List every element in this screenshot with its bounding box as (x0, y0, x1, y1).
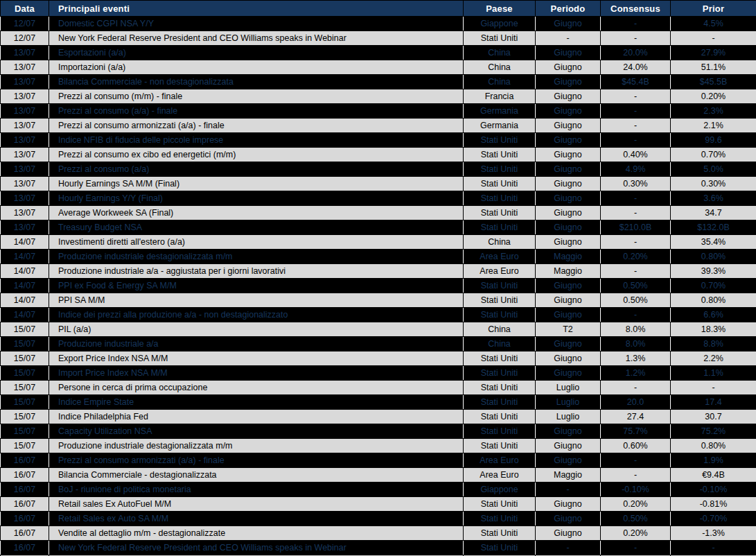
cell-prior: 30.7 (671, 410, 756, 424)
table-row: 16/07Vendite al dettaglio m/m - destagio… (1, 526, 756, 541)
cell-paese: Stati Uniti (464, 410, 536, 424)
cell-data: 14/07 (1, 235, 49, 250)
cell-data: 14/07 (1, 293, 49, 308)
table-row: 15/07Capacity Utilization NSAStati Uniti… (1, 424, 756, 439)
table-row: 13/07Hourly Earnings SA M/M (Final)Stati… (1, 177, 756, 191)
table-row: 14/07Produzione industriale a/a - aggius… (1, 264, 756, 279)
cell-periodo: Giugno (536, 104, 601, 119)
cell-periodo: Giugno (536, 526, 601, 541)
column-header-prior: Prior (671, 1, 756, 17)
cell-consensus: 8.0% (601, 337, 671, 351)
cell-consensus: - (601, 119, 671, 133)
cell-prior: - (671, 381, 756, 395)
cell-data: 16/07 (1, 541, 49, 555)
cell-paese: Stati Uniti (464, 541, 536, 555)
cell-prior: 0.30% (671, 177, 756, 191)
cell-evento: Prezzi al consumo ex cibo ed energetici … (49, 148, 464, 162)
cell-prior: 0.70% (671, 148, 756, 162)
cell-data: 13/07 (1, 119, 49, 133)
cell-prior: 1.1% (671, 366, 756, 381)
cell-consensus: 20.0 (601, 395, 671, 410)
cell-paese: Stati Uniti (464, 177, 536, 191)
column-header-data: Data (1, 1, 49, 17)
cell-paese: Germania (464, 119, 536, 133)
cell-paese: Area Euro (464, 264, 536, 279)
cell-consensus: $210.0B (601, 220, 671, 235)
cell-periodo: Giugno (536, 133, 601, 148)
cell-periodo: Maggio (536, 468, 601, 483)
cell-periodo: T2 (536, 322, 601, 337)
cell-consensus: - (601, 17, 671, 31)
cell-evento: Retail sales Ex AutoFuel M/M (49, 497, 464, 512)
cell-periodo: Giugno (536, 75, 601, 89)
cell-consensus: - (601, 206, 671, 220)
cell-prior: 18.3% (671, 322, 756, 337)
cell-periodo: Giugno (536, 191, 601, 206)
table-row: 12/07New York Federal Reserve President … (1, 31, 756, 46)
cell-evento: Produzione industriale a/a (49, 337, 464, 351)
cell-paese: Francia (464, 89, 536, 104)
cell-evento: PPI ex Food & Energy SA M/M (49, 279, 464, 293)
cell-data: 16/07 (1, 468, 49, 483)
cell-prior: 34.7 (671, 206, 756, 220)
cell-paese: Stati Uniti (464, 308, 536, 322)
cell-paese: China (464, 75, 536, 89)
cell-periodo: Giugno (536, 308, 601, 322)
cell-prior: 8.8% (671, 337, 756, 351)
cell-periodo: Giugno (536, 162, 601, 177)
table-row: 15/07Export Price Index NSA M/MStati Uni… (1, 351, 756, 366)
table-row: 13/07Prezzi al consumo armonizzati (a/a)… (1, 119, 756, 133)
cell-consensus: - (601, 31, 671, 46)
cell-consensus: - (601, 191, 671, 206)
cell-prior: 2.3% (671, 104, 756, 119)
cell-periodo: Giugno (536, 497, 601, 512)
cell-consensus: 0.50% (601, 293, 671, 308)
cell-data: 13/07 (1, 104, 49, 119)
cell-consensus: - (601, 89, 671, 104)
cell-paese: Stati Uniti (464, 279, 536, 293)
cell-periodo: Giugno (536, 148, 601, 162)
cell-prior: 2.2% (671, 351, 756, 366)
cell-data: 16/07 (1, 526, 49, 541)
cell-periodo: - (536, 31, 601, 46)
column-header-periodo: Periodo (536, 1, 601, 17)
cell-paese: Giappone (464, 17, 536, 31)
table-row: 13/07Hourly Earnings Y/Y (Final)Stati Un… (1, 191, 756, 206)
cell-consensus: - (601, 381, 671, 395)
cell-data: 14/07 (1, 279, 49, 293)
cell-paese: Giappone (464, 483, 536, 497)
cell-consensus: 1.3% (601, 351, 671, 366)
cell-evento: Indice Empire State (49, 395, 464, 410)
cell-data: 14/07 (1, 308, 49, 322)
cell-prior: -1.3% (671, 526, 756, 541)
cell-consensus: 0.40% (601, 148, 671, 162)
cell-periodo: Giugno (536, 424, 601, 439)
table-row: 16/07Bilancia Commerciale - destagionali… (1, 468, 756, 483)
cell-paese: Area Euro (464, 453, 536, 468)
cell-paese: China (464, 337, 536, 351)
cell-evento: Average Workweek SA (Final) (49, 206, 464, 220)
cell-data: 16/07 (1, 483, 49, 497)
cell-consensus: - (601, 264, 671, 279)
cell-periodo: Giugno (536, 351, 601, 366)
table-row: 15/07PIL (a/a)ChinaT28.0%18.3% (1, 322, 756, 337)
cell-paese: Stati Uniti (464, 424, 536, 439)
cell-evento: Import Price Index NSA M/M (49, 366, 464, 381)
cell-evento: Retail Sales ex Auto SA M/M (49, 512, 464, 526)
table-row: 15/07Indice Philadelphia FedStati UnitiL… (1, 410, 756, 424)
cell-paese: Stati Uniti (464, 395, 536, 410)
cell-periodo: Giugno (536, 512, 601, 526)
cell-paese: Stati Uniti (464, 381, 536, 395)
cell-data: 13/07 (1, 60, 49, 75)
cell-data: 12/07 (1, 17, 49, 31)
cell-evento: Prezzi al consumo armonizzati (a/a) - fi… (49, 119, 464, 133)
cell-evento: Bilancia Commerciale - non destagionaliz… (49, 75, 464, 89)
table-row: 15/07Persone in cerca di prima occupazio… (1, 381, 756, 395)
cell-consensus: 0.20% (601, 497, 671, 512)
cell-evento: Vendite al dettaglio m/m - destagionaliz… (49, 526, 464, 541)
cell-periodo: Luglio (536, 381, 601, 395)
cell-evento: PIL (a/a) (49, 322, 464, 337)
table-row: 13/07Treasury Budget NSAStati UnitiGiugn… (1, 220, 756, 235)
cell-periodo: Giugno (536, 46, 601, 60)
cell-consensus: - (601, 541, 671, 555)
